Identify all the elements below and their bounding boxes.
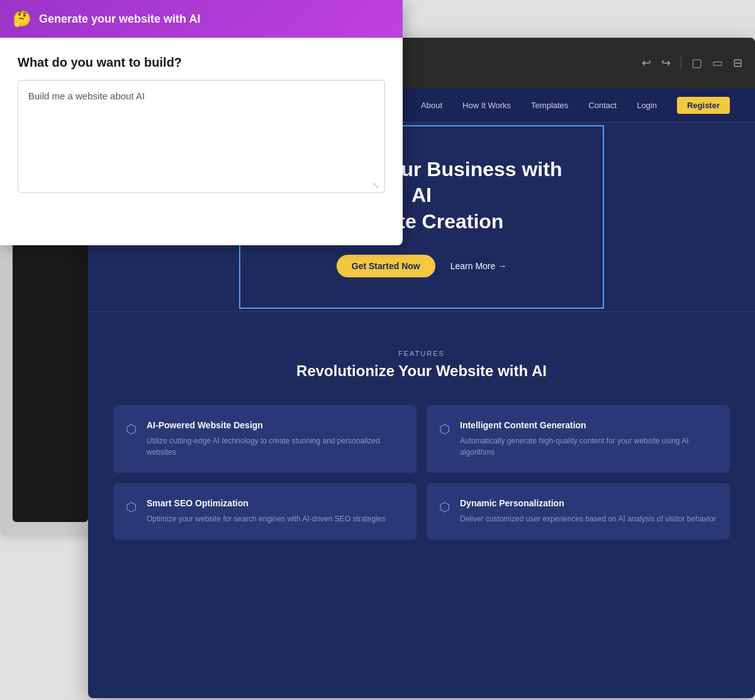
hero-buttons: Get Started Now Learn More → [278, 255, 565, 277]
ai-panel: 🤔 Generate your website with AI What do … [0, 0, 403, 245]
feature-card: ⬡ Smart SEO Optimization Optimize your w… [113, 483, 417, 540]
undo-icon[interactable]: ↩ [642, 56, 651, 70]
learn-more-link[interactable]: Learn More → [450, 261, 506, 271]
nav-login[interactable]: Login [637, 101, 657, 110]
features-title: Revolutionize Your Website with AI [113, 362, 730, 380]
ai-emoji-icon: 🤔 [13, 10, 31, 28]
features-label: FEATURES [113, 350, 730, 357]
nav-templates[interactable]: Templates [531, 101, 568, 110]
ai-question-label: What do you want to build? [18, 55, 385, 70]
feature-card-title: Dynamic Personalization [460, 498, 716, 508]
mobile-view-icon[interactable]: ▢ [691, 56, 702, 70]
nav-register-button[interactable]: Register [677, 97, 730, 114]
ai-panel-body: What do you want to build? ⤡ [0, 38, 403, 211]
resize-handle-icon: ⤡ [372, 181, 380, 191]
feature-card-desc: Utilize cutting-edge AI technology to cr… [147, 435, 404, 458]
ai-panel-title: Generate your website with AI [39, 13, 200, 26]
nav-how-it-works[interactable]: How It Works [462, 101, 511, 110]
toolbar-separator [681, 57, 681, 69]
feature-card: ⬡ Dynamic Personalization Deliver custom… [427, 483, 730, 540]
feature-card: ⬡ AI-Powered Website Design Utilize cutt… [113, 405, 417, 473]
nav-contact[interactable]: Contact [588, 101, 617, 110]
get-started-button[interactable]: Get Started Now [337, 255, 435, 277]
feature-card-title: Intelligent Content Generation [460, 420, 717, 430]
feature-card-desc: Optimize your website for search engines… [147, 513, 386, 525]
redo-icon[interactable]: ↪ [661, 56, 671, 70]
nav-about[interactable]: About [421, 101, 442, 110]
feature-icon: ⬡ [439, 499, 450, 514]
ai-panel-header: 🤔 Generate your website with AI [0, 0, 403, 38]
feature-card: ⬡ Intelligent Content Generation Automat… [427, 405, 730, 473]
feature-card-title: Smart SEO Optimization [147, 498, 386, 508]
feature-icon: ⬡ [126, 421, 137, 436]
desktop-view-icon[interactable]: ⊟ [733, 56, 742, 70]
feature-icon: ⬡ [439, 421, 450, 436]
features-grid: ⬡ AI-Powered Website Design Utilize cutt… [113, 405, 730, 540]
features-section: FEATURES Revolutionize Your Website with… [88, 311, 755, 565]
feature-icon: ⬡ [126, 499, 137, 514]
feature-card-title: AI-Powered Website Design [147, 420, 404, 430]
feature-card-desc: Automatically generate high-quality cont… [460, 435, 717, 458]
tablet-view-icon[interactable]: ▭ [712, 56, 723, 70]
ai-prompt-input[interactable] [18, 80, 385, 193]
feature-card-desc: Deliver customized user experiences base… [460, 513, 716, 525]
